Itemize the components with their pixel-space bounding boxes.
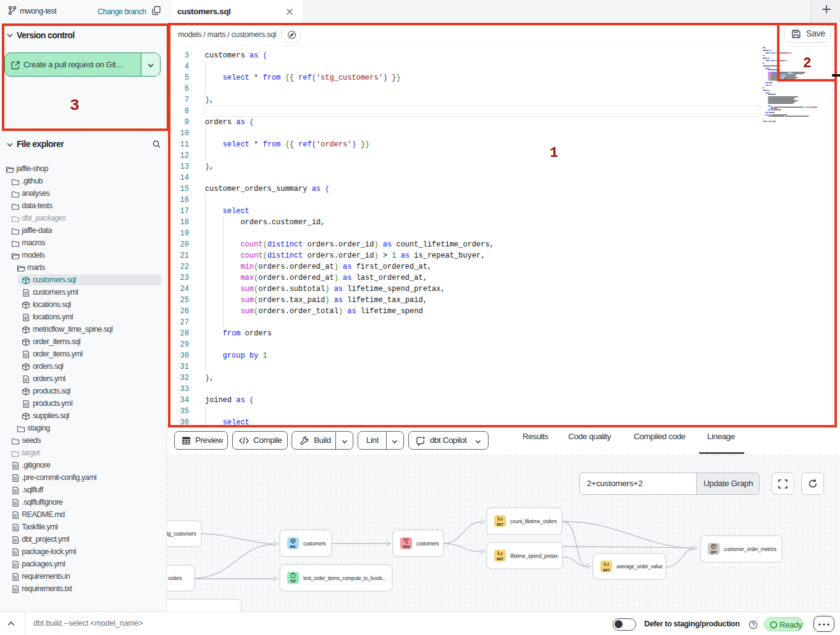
svg-text:orders: orders <box>168 575 182 581</box>
svg-text:customers: customers <box>303 540 326 547</box>
svg-text:MDL: MDL <box>290 545 297 549</box>
svg-text:MET: MET <box>603 568 610 572</box>
svg-text:MET: MET <box>497 557 503 561</box>
svg-text:lifetime_spend_pretax: lifetime_spend_pretax <box>510 553 558 559</box>
svg-text:customer_order_metrics: customer_order_metrics <box>724 546 776 552</box>
svg-text:average_order_value: average_order_value <box>616 563 663 570</box>
svg-text:MET: MET <box>497 523 503 526</box>
svg-text:test_order_items_compute_to_bo: test_order_items_compute_to_bools… <box>303 575 387 581</box>
svg-text:TST: TST <box>290 579 296 583</box>
svg-text:count_lifetime_orders: count_lifetime_orders <box>510 518 556 524</box>
svg-text:SEM: SEM <box>403 545 410 549</box>
svg-text:stg_customers: stg_customers <box>167 531 196 537</box>
svg-text:customers: customers <box>416 540 439 547</box>
svg-text:QRY: QRY <box>710 550 717 554</box>
